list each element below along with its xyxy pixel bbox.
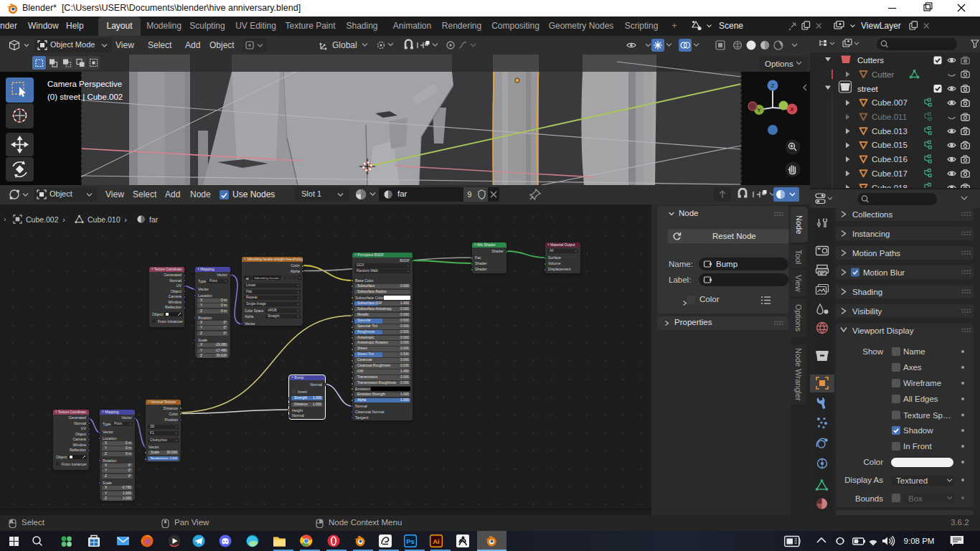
svg-text:Cube.013: Cube.013 <box>872 127 908 136</box>
svg-text:Display As: Display As <box>844 476 883 484</box>
svg-text:Options: Options <box>765 60 793 68</box>
svg-text:Ai: Ai <box>433 537 440 545</box>
svg-text:In Front: In Front <box>903 442 932 451</box>
svg-text:Wireframe: Wireframe <box>903 379 941 387</box>
svg-text:Ps: Ps <box>406 537 415 545</box>
svg-text:Cube.016: Cube.016 <box>872 155 908 164</box>
svg-text:Axes: Axes <box>903 363 922 372</box>
svg-text:9:08 PM: 9:08 PM <box>904 537 935 545</box>
svg-text:Texture Sp…: Texture Sp… <box>903 411 951 420</box>
svg-text:Shading: Shading <box>852 288 882 296</box>
svg-text:Box: Box <box>908 494 923 503</box>
svg-text:Viewport Display: Viewport Display <box>852 326 914 335</box>
svg-text:Cutter: Cutter <box>872 70 894 79</box>
svg-text:(0) street | Cube.002: (0) street | Cube.002 <box>47 93 123 101</box>
svg-text:street: street <box>857 85 879 93</box>
svg-text:Motion Blur: Motion Blur <box>863 268 905 277</box>
svg-text:Y: Y <box>757 107 761 113</box>
svg-text:Textured: Textured <box>896 476 928 485</box>
svg-text:Cube.007: Cube.007 <box>872 98 908 107</box>
svg-text:Motion Paths: Motion Paths <box>852 249 900 258</box>
svg-text:Cutters: Cutters <box>857 56 884 65</box>
svg-text:Instancing: Instancing <box>852 230 890 238</box>
svg-text:Bounds: Bounds <box>855 494 883 503</box>
svg-text:Cube.015: Cube.015 <box>872 141 908 149</box>
svg-text:Cube.017: Cube.017 <box>872 169 908 178</box>
svg-text:Visibility: Visibility <box>852 307 882 316</box>
svg-text:Color: Color <box>864 458 884 466</box>
svg-text:Collections: Collections <box>852 210 892 219</box>
svg-text:Name: Name <box>903 347 925 356</box>
svg-text:Cube.011: Cube.011 <box>872 113 907 121</box>
svg-text:All Edges: All Edges <box>903 395 938 403</box>
svg-text:Shadow: Shadow <box>903 426 933 435</box>
svg-text:X: X <box>790 106 794 113</box>
svg-text:Camera Perspective: Camera Perspective <box>47 80 122 88</box>
svg-text:Z: Z <box>771 83 775 89</box>
svg-text:Cube.018: Cube.018 <box>872 184 908 189</box>
svg-text:Show: Show <box>862 347 883 356</box>
